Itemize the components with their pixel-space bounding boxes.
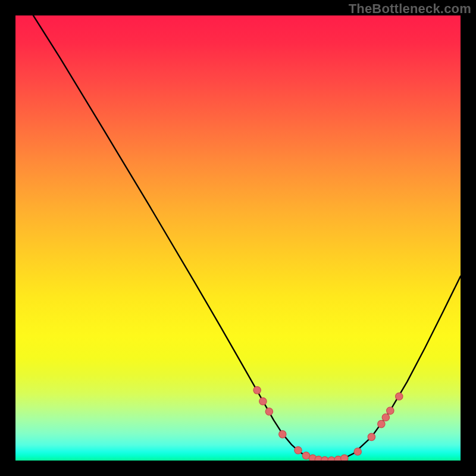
watermark-text: TheBottleneck.com <box>349 1 471 17</box>
data-dot <box>253 387 261 394</box>
data-dot <box>279 431 286 438</box>
chart-frame <box>15 15 461 461</box>
data-dot <box>354 448 361 455</box>
chart-svg <box>15 15 461 461</box>
data-dot <box>321 456 328 461</box>
data-dot <box>302 452 309 459</box>
data-dot <box>259 397 267 405</box>
data-dot <box>387 407 394 414</box>
data-dot <box>295 447 302 454</box>
data-dot <box>341 455 348 461</box>
data-dot <box>396 393 403 400</box>
data-dot <box>328 457 335 461</box>
data-dot <box>382 414 389 421</box>
data-dot <box>265 408 273 415</box>
data-dot <box>378 420 385 427</box>
data-dot <box>368 433 375 440</box>
